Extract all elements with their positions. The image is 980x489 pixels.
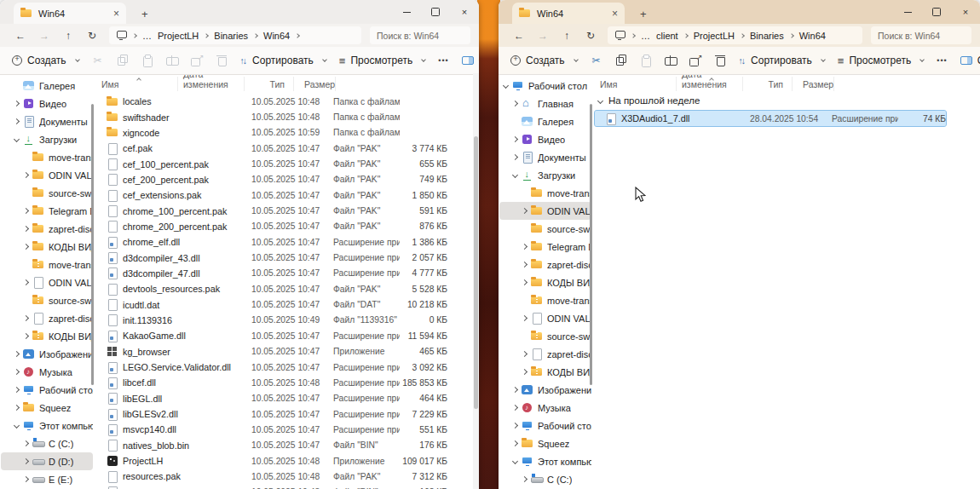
breadcrumb[interactable]: … ProjectLH Binaries Win64 <box>109 26 361 44</box>
tree-chevron-icon[interactable] <box>14 118 20 124</box>
column-header[interactable]: Имя <box>595 77 677 91</box>
forward-button[interactable]: → <box>533 30 553 42</box>
sidebar-item[interactable]: Telegram De <box>1 202 93 220</box>
sidebar-item[interactable]: E (E:) <box>1 470 93 488</box>
sidebar-item[interactable]: Этот компьют <box>499 452 591 470</box>
tree-chevron-icon[interactable] <box>512 405 518 411</box>
breadcrumb-segment[interactable]: … <box>142 31 152 41</box>
file-row[interactable]: kg_browser 10.05.2025 10:47 Приложение 4… <box>96 344 447 360</box>
tree-chevron-icon[interactable] <box>23 315 29 321</box>
tree-chevron-icon[interactable] <box>14 101 20 106</box>
sidebar-item[interactable]: Telegram De <box>499 238 591 256</box>
back-button[interactable]: ← <box>509 30 529 42</box>
sidebar-item[interactable]: zapret-discor <box>1 309 93 327</box>
close-button[interactable]: × <box>951 0 980 24</box>
sidebar-item[interactable]: КОДЫ ВИДЖ <box>1 238 93 256</box>
tree-chevron-icon[interactable] <box>23 458 29 464</box>
sidebar-item[interactable]: move-transit <box>1 256 93 273</box>
tree-chevron-icon[interactable] <box>14 387 20 393</box>
search-input[interactable]: Поиск в: Win64 <box>871 26 971 44</box>
minimize-button[interactable] <box>893 0 922 24</box>
delete-icon[interactable] <box>216 55 228 66</box>
tree-chevron-icon[interactable] <box>23 172 29 178</box>
refresh-button[interactable]: ↻ <box>580 30 601 42</box>
breadcrumb-segment[interactable]: Binaries <box>214 31 257 41</box>
sidebar-item[interactable]: Музыка <box>499 399 591 417</box>
tree-chevron-icon[interactable] <box>522 279 527 285</box>
rename-icon[interactable] <box>166 55 178 66</box>
sidebar-item[interactable]: Рабочий стол <box>499 77 591 95</box>
details-button[interactable]: Сведения <box>960 55 980 66</box>
copy-icon[interactable] <box>615 55 627 66</box>
breadcrumb[interactable]: … client ProjectLH Binaries Win64 <box>608 26 862 44</box>
sidebar-item[interactable]: Squeez <box>499 434 591 452</box>
sidebar-item[interactable]: Загрузки <box>1 130 93 148</box>
breadcrumb-segment[interactable]: Win64 <box>263 31 299 41</box>
breadcrumb-segment[interactable]: ProjectLH <box>694 31 744 41</box>
tree-chevron-icon[interactable] <box>23 476 29 482</box>
breadcrumb-segment[interactable]: ProjectLH <box>158 31 208 41</box>
sidebar-item[interactable]: Документы <box>1 112 93 130</box>
sidebar-item[interactable]: Музыка <box>1 363 93 381</box>
breadcrumb-segment[interactable]: client <box>656 31 688 41</box>
file-row[interactable]: icudtl.dat 10.05.2025 10:47 Файл "DAT" 1… <box>96 296 447 312</box>
file-row[interactable]: cef_200_percent.pak 10.05.2025 10:47 Фай… <box>96 172 447 187</box>
tree-chevron-icon[interactable] <box>512 101 518 106</box>
sidebar-item[interactable]: Главная <box>499 95 591 112</box>
tree-chevron-icon[interactable] <box>512 136 518 142</box>
file-row[interactable]: X3DAudio1_7.dll 28.04.2025 10:54 Расшире… <box>595 111 946 126</box>
tree-chevron-icon[interactable] <box>23 440 29 446</box>
tab-close-icon[interactable]: × <box>612 8 618 20</box>
search-input[interactable]: Поиск в: Win64 <box>370 26 470 44</box>
sidebar-item[interactable]: Squeez <box>1 399 93 417</box>
column-header[interactable]: Дата изменения <box>178 77 245 91</box>
sidebar-item[interactable]: Рабочий стол <box>1 381 93 399</box>
tab-win64[interactable]: Win64 × <box>14 3 126 24</box>
file-row[interactable]: chrome_100_percent.pak 10.05.2025 10:47 … <box>96 203 447 218</box>
sidebar-item[interactable]: ODIN VALHA <box>499 202 591 220</box>
file-row[interactable]: LEGO.Service.Validator.dll 10.05.2025 10… <box>96 360 447 375</box>
tree-chevron-icon[interactable] <box>14 136 20 142</box>
column-header[interactable]: Дата изменения <box>677 77 743 91</box>
cut-icon[interactable]: ✂ <box>591 55 602 66</box>
tree-chevron-icon[interactable] <box>512 154 518 160</box>
tree-chevron-icon[interactable] <box>522 351 527 357</box>
column-header[interactable]: Тип <box>743 77 793 91</box>
column-header[interactable]: Размер <box>294 77 336 91</box>
minimize-button[interactable] <box>392 0 421 24</box>
sidebar-item[interactable]: Галерея <box>1 77 93 95</box>
sidebar-item[interactable]: Документы <box>499 148 591 166</box>
sort-button[interactable]: ↑↓ Сортировать <box>240 55 326 66</box>
sidebar-item[interactable]: Изображения <box>1 345 93 363</box>
paste-icon[interactable] <box>640 55 652 66</box>
column-header[interactable]: Имя <box>96 77 178 91</box>
tree-chevron-icon[interactable] <box>23 208 29 214</box>
sidebar-item[interactable]: Видео <box>1 95 93 112</box>
sidebar-item[interactable]: source-switc <box>1 184 93 202</box>
file-row[interactable]: init.1139316 10.05.2025 10:49 Файл "1139… <box>96 313 447 328</box>
file-row[interactable]: snapshot_blob.bin 10.05.2025 10:48 Файл … <box>96 485 447 489</box>
cut-icon[interactable]: ✂ <box>92 55 104 66</box>
sidebar-item[interactable]: Видео <box>499 130 591 148</box>
sidebar-item[interactable]: ODIN VALHA <box>499 309 591 327</box>
tree-chevron-icon[interactable] <box>14 423 20 429</box>
tree-chevron-icon[interactable] <box>512 423 518 429</box>
file-row[interactable]: cef_extensions.pak 10.05.2025 10:47 Файл… <box>96 187 447 203</box>
tree-chevron-icon[interactable] <box>14 351 20 357</box>
sidebar-item[interactable]: move-transit <box>1 148 93 166</box>
sidebar-item[interactable]: ODIN VALHA <box>1 273 93 291</box>
file-row[interactable]: d3dcompiler_43.dll 10.05.2025 10:47 Расш… <box>96 250 447 265</box>
forward-button[interactable]: → <box>34 30 55 42</box>
new-button[interactable]: Создать <box>12 55 79 66</box>
close-button[interactable]: × <box>450 0 479 24</box>
sidebar-item[interactable]: Загрузки <box>499 166 591 184</box>
file-row[interactable]: locales 10.05.2025 10:48 Папка с файлами <box>96 94 447 109</box>
file-row[interactable]: resources.pak 10.05.2025 10:48 Файл "PAK… <box>96 469 447 484</box>
sidebar-item[interactable]: source-switc <box>499 327 591 345</box>
file-row[interactable]: chrome_200_percent.pak 10.05.2025 10:47 … <box>96 219 447 234</box>
file-row[interactable]: cef.pak 10.05.2025 10:47 Файл "PAK" 3 77… <box>96 141 447 156</box>
file-row[interactable]: cef_100_percent.pak 10.05.2025 10:47 Фай… <box>96 156 447 171</box>
file-row[interactable]: libEGL.dll 10.05.2025 10:47 Расширение п… <box>96 391 447 406</box>
file-row[interactable]: msvcp140.dll 10.05.2025 10:47 Расширение… <box>96 422 447 437</box>
tree-chevron-icon[interactable] <box>23 226 29 232</box>
